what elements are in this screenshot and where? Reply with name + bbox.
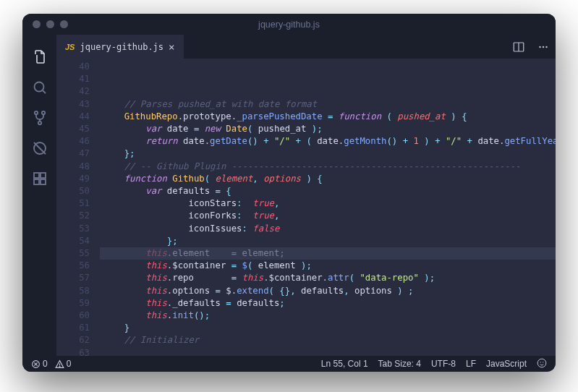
- cursor-position[interactable]: Ln 55, Col 1: [321, 359, 368, 369]
- encoding[interactable]: UTF-8: [431, 359, 456, 369]
- svg-point-15: [537, 359, 546, 367]
- status-bar: 0 0 Ln 55, Col 1 Tab Size: 4 UTF-8 LF Ja…: [22, 356, 556, 372]
- editor-group: JS jquery-github.js × 40 41 42 43 44 45 …: [56, 35, 556, 356]
- maximize-window-icon[interactable]: [60, 20, 68, 28]
- svg-point-11: [543, 46, 544, 47]
- svg-point-16: [540, 362, 541, 362]
- gutter: 40 41 42 43 44 45 46 47 48 49 50 51 52 5…: [56, 59, 100, 356]
- eol[interactable]: LF: [466, 359, 476, 369]
- svg-rect-8: [41, 173, 46, 178]
- extensions-icon[interactable]: [22, 163, 56, 194]
- feedback-icon[interactable]: [537, 358, 547, 370]
- svg-point-14: [59, 366, 60, 367]
- workbench: JS jquery-github.js × 40 41 42 43 44 45 …: [22, 35, 556, 356]
- tab-jquery-github[interactable]: JS jquery-github.js ×: [56, 35, 184, 59]
- code-content[interactable]: // Parses pushed_at with date format Git…: [100, 59, 556, 356]
- traffic-lights: [33, 20, 68, 28]
- svg-rect-5: [34, 173, 39, 178]
- editor-window: jquery-github.js JS jquery: [22, 14, 556, 372]
- svg-point-1: [34, 111, 37, 114]
- tab-bar: JS jquery-github.js ×: [56, 35, 556, 59]
- js-file-icon: JS: [65, 43, 75, 51]
- tab-label: jquery-github.js: [80, 42, 163, 52]
- svg-point-3: [38, 122, 41, 124]
- svg-point-17: [543, 362, 543, 362]
- tab-spacer: [184, 35, 507, 59]
- code-editor[interactable]: 40 41 42 43 44 45 46 47 48 49 50 51 52 5…: [56, 59, 556, 356]
- minimize-window-icon[interactable]: [46, 20, 54, 28]
- debug-icon[interactable]: [22, 133, 56, 163]
- window-title: jquery-github.js: [22, 20, 556, 30]
- activity-bar: [22, 35, 56, 356]
- svg-rect-7: [41, 179, 46, 184]
- close-window-icon[interactable]: [33, 20, 41, 28]
- language-mode[interactable]: JavaScript: [486, 359, 527, 369]
- svg-point-12: [545, 46, 547, 47]
- search-icon[interactable]: [22, 72, 56, 103]
- warning-count: 0: [67, 359, 72, 369]
- errors-indicator[interactable]: 0: [31, 359, 48, 369]
- svg-point-10: [539, 46, 540, 47]
- source-control-icon[interactable]: [22, 103, 56, 133]
- svg-point-2: [41, 111, 44, 114]
- tab-size[interactable]: Tab Size: 4: [378, 359, 421, 369]
- split-editor-icon[interactable]: [506, 35, 531, 59]
- svg-rect-6: [34, 179, 39, 184]
- warnings-indicator[interactable]: 0: [55, 359, 72, 369]
- close-tab-icon[interactable]: ×: [169, 42, 174, 52]
- titlebar[interactable]: jquery-github.js: [22, 14, 556, 35]
- error-count: 0: [43, 359, 48, 369]
- svg-point-0: [34, 82, 43, 92]
- explorer-icon[interactable]: [22, 42, 56, 72]
- more-actions-icon[interactable]: [531, 35, 556, 59]
